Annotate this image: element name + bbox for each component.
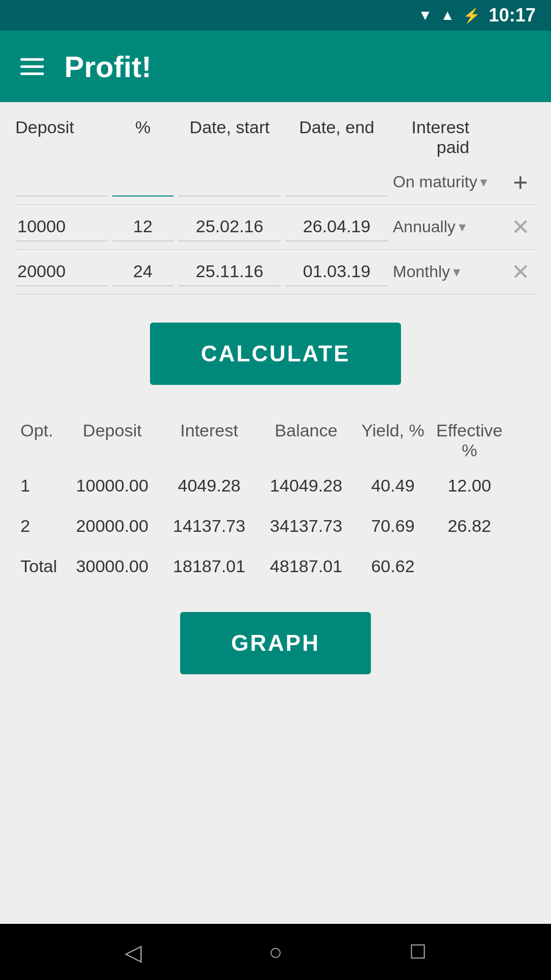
total-label: Total xyxy=(20,556,61,576)
row1-interest-paid-label: Annually xyxy=(393,217,456,236)
total-effective xyxy=(434,556,505,576)
add-row-button[interactable]: + xyxy=(505,169,536,195)
wifi-icon: ▼ xyxy=(418,7,432,23)
result-row-2: 2 20000.00 14137.73 34137.73 70.69 26.82 xyxy=(15,506,536,546)
battery-icon: ⚡ xyxy=(463,7,481,24)
row1-interest-paid-select[interactable]: Annually ▾ xyxy=(393,217,500,236)
result-1-effective: 12.00 xyxy=(434,476,505,496)
graph-button[interactable]: GRAPH xyxy=(180,612,371,674)
row1-percent-input[interactable] xyxy=(112,212,173,241)
row2-interest-paid-label: Monthly xyxy=(393,262,450,281)
table-header: Deposit % Date, start Date, end Interest… xyxy=(10,102,541,162)
new-interest-paid-label: On maturity xyxy=(393,173,477,191)
row2-percent-input[interactable] xyxy=(112,257,173,286)
results-header-opt: Opt. xyxy=(20,421,61,460)
row2-date-start-input[interactable] xyxy=(179,257,281,286)
col-header-interest-paid: Interest paid xyxy=(393,117,500,157)
new-interest-paid-select[interactable]: On maturity ▾ xyxy=(393,173,500,191)
results-header-effective: Effective % xyxy=(434,421,505,460)
toolbar: Profit! xyxy=(0,31,551,102)
row2-date-end-input[interactable] xyxy=(286,257,388,286)
row2-remove-button[interactable]: ✕ xyxy=(505,259,536,285)
row1-date-end-input[interactable] xyxy=(286,212,388,241)
results-header-balance: Balance xyxy=(260,421,352,460)
deposit-row-1: Annually ▾ ✕ xyxy=(10,207,541,247)
result-1-yield: 40.49 xyxy=(357,476,429,496)
calculate-button-container: CALCULATE xyxy=(10,323,541,385)
results-header-deposit: Deposit xyxy=(66,421,158,460)
total-interest: 18187.01 xyxy=(163,556,255,576)
result-1-deposit: 10000.00 xyxy=(66,476,158,496)
result-2-balance: 34137.73 xyxy=(260,516,352,536)
result-2-interest: 14137.73 xyxy=(163,516,255,536)
result-1-interest: 4049.28 xyxy=(163,476,255,496)
results-table: Opt. Deposit Interest Balance Yield, % E… xyxy=(10,405,541,592)
status-time: 10:17 xyxy=(489,5,536,26)
new-entry-row: On maturity ▾ + xyxy=(10,162,541,202)
graph-button-container: GRAPH xyxy=(10,612,541,674)
main-content: Deposit % Date, start Date, end Interest… xyxy=(0,102,551,924)
divider-3 xyxy=(15,294,536,295)
new-interest-paid-dropdown-icon: ▾ xyxy=(480,174,487,190)
total-yield: 60.62 xyxy=(357,556,429,576)
row1-deposit-input[interactable] xyxy=(15,212,107,241)
app-title: Profit! xyxy=(64,50,152,84)
new-percent-input[interactable] xyxy=(112,167,173,197)
nav-bar: ◁ ○ ☐ xyxy=(0,924,551,980)
row1-dropdown-icon: ▾ xyxy=(459,218,466,235)
nav-recents-button[interactable]: ☐ xyxy=(409,941,427,963)
col-header-deposit: Deposit xyxy=(15,117,107,157)
result-2-opt: 2 xyxy=(20,516,61,536)
status-bar: ▼ ▲ ⚡ 10:17 xyxy=(0,0,551,31)
result-2-effective: 26.82 xyxy=(434,516,505,536)
result-2-deposit: 20000.00 xyxy=(66,516,158,536)
row2-interest-paid-select[interactable]: Monthly ▾ xyxy=(393,262,500,281)
results-header-yield: Yield, % xyxy=(357,421,429,460)
results-header-interest: Interest xyxy=(163,421,255,460)
results-total-row: Total 30000.00 18187.01 48187.01 60.62 xyxy=(15,546,536,586)
total-deposit: 30000.00 xyxy=(66,556,158,576)
status-icons: ▼ ▲ ⚡ 10:17 xyxy=(418,5,536,26)
result-2-yield: 70.69 xyxy=(357,516,429,536)
nav-back-button[interactable]: ◁ xyxy=(124,939,142,965)
calculate-button[interactable]: CALCULATE xyxy=(150,323,402,385)
col-header-percent: % xyxy=(112,117,173,157)
new-deposit-input[interactable] xyxy=(15,167,107,197)
result-1-opt: 1 xyxy=(20,476,61,496)
col-header-date-start: Date, start xyxy=(179,117,281,157)
new-date-end-input[interactable] xyxy=(286,167,388,197)
row2-deposit-input[interactable] xyxy=(15,257,107,286)
hamburger-menu-icon[interactable] xyxy=(20,58,44,75)
results-header-row: Opt. Deposit Interest Balance Yield, % E… xyxy=(15,410,536,465)
result-row-1: 1 10000.00 4049.28 14049.28 40.49 12.00 xyxy=(15,465,536,506)
divider-1 xyxy=(15,204,536,205)
row1-remove-button[interactable]: ✕ xyxy=(505,214,536,240)
col-header-date-end: Date, end xyxy=(286,117,388,157)
result-1-balance: 14049.28 xyxy=(260,476,352,496)
signal-icon: ▲ xyxy=(440,7,455,23)
row2-dropdown-icon: ▾ xyxy=(453,263,460,280)
new-date-start-input[interactable] xyxy=(179,167,281,197)
deposit-row-2: Monthly ▾ ✕ xyxy=(10,252,541,291)
divider-2 xyxy=(15,249,536,250)
nav-home-button[interactable]: ○ xyxy=(269,939,283,965)
row1-date-start-input[interactable] xyxy=(179,212,281,241)
total-balance: 48187.01 xyxy=(260,556,352,576)
